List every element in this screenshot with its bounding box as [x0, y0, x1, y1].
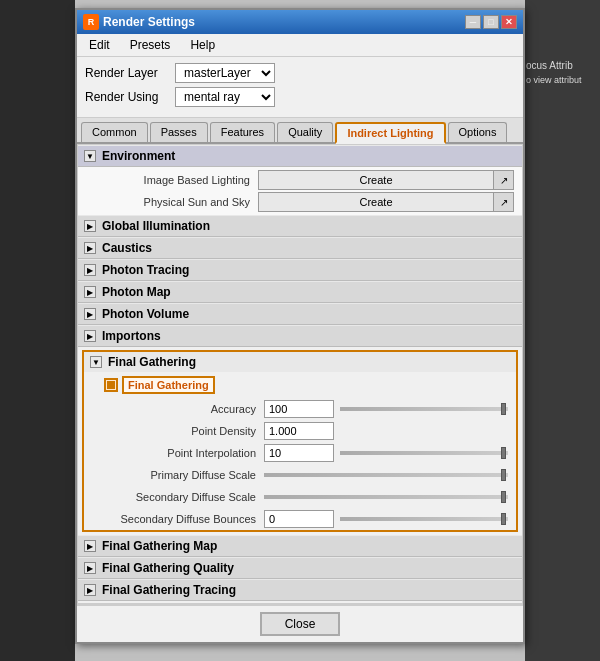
menu-presets[interactable]: Presets [122, 36, 179, 54]
secondary-diffuse-scale-value [264, 495, 508, 499]
render-using-select-wrap: mental ray [175, 87, 275, 107]
environment-arrow[interactable]: ▼ [84, 150, 96, 162]
tabs-bar: Common Passes Features Quality Indirect … [77, 118, 523, 144]
primary-diffuse-scale-slider[interactable] [264, 473, 508, 477]
fg-map-arrow[interactable]: ▶ [84, 540, 96, 552]
point-interpolation-input[interactable] [264, 444, 334, 462]
content-area[interactable]: ▼ Environment Image Based Lighting Creat… [77, 144, 523, 604]
secondary-diffuse-bounces-slider[interactable] [340, 517, 508, 521]
final-gathering-title: Final Gathering [108, 355, 196, 369]
fg-quality-title: Final Gathering Quality [102, 561, 234, 575]
maximize-button[interactable]: □ [483, 15, 499, 29]
primary-diffuse-scale-value [264, 473, 508, 477]
final-gathering-checkbox-label: Final Gathering [122, 376, 215, 394]
fg-map-section-header[interactable]: ▶ Final Gathering Map [78, 535, 522, 557]
right-panel-text: ocus Attrib o view attribut [526, 60, 596, 85]
fg-tracing-arrow[interactable]: ▶ [84, 584, 96, 596]
point-interpolation-value [264, 444, 508, 462]
primary-diffuse-scale-row: Primary Diffuse Scale [84, 464, 516, 486]
point-interpolation-slider-handle [501, 447, 506, 459]
photon-volume-title: Photon Volume [102, 307, 189, 321]
fg-quality-arrow[interactable]: ▶ [84, 562, 96, 574]
render-using-label: Render Using [85, 90, 175, 104]
window-icon: R [83, 14, 99, 30]
accuracy-input[interactable] [264, 400, 334, 418]
render-using-select[interactable]: mental ray [175, 87, 275, 107]
point-density-input[interactable] [264, 422, 334, 440]
primary-diffuse-scale-label: Primary Diffuse Scale [104, 469, 264, 481]
title-bar-left: R Render Settings [83, 14, 195, 30]
photon-tracing-section-header[interactable]: ▶ Photon Tracing [78, 259, 522, 281]
tab-passes[interactable]: Passes [150, 122, 208, 142]
final-gathering-arrow[interactable]: ▼ [90, 356, 102, 368]
menu-edit[interactable]: Edit [81, 36, 118, 54]
physical-sun-icon-btn[interactable]: ↗ [494, 192, 514, 212]
tab-quality[interactable]: Quality [277, 122, 333, 142]
photon-tracing-title: Photon Tracing [102, 263, 189, 277]
secondary-diffuse-scale-label: Secondary Diffuse Scale [104, 491, 264, 503]
tab-options[interactable]: Options [448, 122, 508, 142]
point-interpolation-row: Point Interpolation [84, 442, 516, 464]
close-button[interactable]: Close [260, 612, 340, 636]
window-title: Render Settings [103, 15, 195, 29]
bg-left-panel [0, 0, 75, 661]
photon-map-arrow[interactable]: ▶ [84, 286, 96, 298]
tab-features[interactable]: Features [210, 122, 275, 142]
tab-indirect-lighting[interactable]: Indirect Lighting [335, 122, 445, 144]
title-bar: R Render Settings ─ □ ✕ [77, 10, 523, 34]
physical-sun-row: Physical Sun and Sky Create ↗ [78, 191, 522, 213]
menu-help[interactable]: Help [182, 36, 223, 54]
photon-volume-arrow[interactable]: ▶ [84, 308, 96, 320]
minimize-button[interactable]: ─ [465, 15, 481, 29]
tab-common[interactable]: Common [81, 122, 148, 142]
caustics-section-header[interactable]: ▶ Caustics [78, 237, 522, 259]
accuracy-label: Accuracy [104, 403, 264, 415]
secondary-diffuse-scale-slider[interactable] [264, 495, 508, 499]
point-density-label: Point Density [104, 425, 264, 437]
render-settings-window: R Render Settings ─ □ ✕ Edit Presets Hel… [75, 8, 525, 644]
primary-diffuse-scale-handle [501, 469, 506, 481]
image-based-lighting-label: Image Based Lighting [98, 174, 258, 186]
point-interpolation-slider[interactable] [340, 451, 508, 455]
point-interpolation-label: Point Interpolation [104, 447, 264, 459]
point-density-value [264, 422, 508, 440]
physical-sun-create-wrap: Create ↗ [258, 192, 514, 212]
final-gathering-container: ▼ Final Gathering Final Gathering Accura… [82, 350, 518, 532]
environment-content: Image Based Lighting Create ↗ Physical S… [78, 167, 522, 215]
final-gathering-section-header[interactable]: ▼ Final Gathering [84, 352, 516, 372]
render-layer-row: Render Layer masterLayer [85, 63, 515, 83]
importons-title: Importons [102, 329, 161, 343]
image-based-lighting-create-btn[interactable]: Create [258, 170, 494, 190]
image-based-lighting-row: Image Based Lighting Create ↗ [78, 169, 522, 191]
image-based-lighting-icon-btn[interactable]: ↗ [494, 170, 514, 190]
global-illumination-arrow[interactable]: ▶ [84, 220, 96, 232]
title-buttons: ─ □ ✕ [465, 15, 517, 29]
environment-section-header[interactable]: ▼ Environment [78, 145, 522, 167]
fg-quality-section-header[interactable]: ▶ Final Gathering Quality [78, 557, 522, 579]
physical-sun-create-btn[interactable]: Create [258, 192, 494, 212]
view-attr-text: o view attribut [526, 75, 596, 85]
importons-arrow[interactable]: ▶ [84, 330, 96, 342]
render-using-row: Render Using mental ray [85, 87, 515, 107]
secondary-diffuse-bounces-handle [501, 513, 506, 525]
window-close-button[interactable]: ✕ [501, 15, 517, 29]
global-illumination-section-header[interactable]: ▶ Global Illumination [78, 215, 522, 237]
accuracy-slider[interactable] [340, 407, 508, 411]
render-layer-select[interactable]: masterLayer [175, 63, 275, 83]
final-gathering-checkbox[interactable] [104, 378, 118, 392]
secondary-diffuse-bounces-input[interactable] [264, 510, 334, 528]
point-density-row: Point Density [84, 420, 516, 442]
photon-volume-section-header[interactable]: ▶ Photon Volume [78, 303, 522, 325]
render-fields: Render Layer masterLayer Render Using me… [77, 57, 523, 118]
global-illumination-title: Global Illumination [102, 219, 210, 233]
photon-tracing-arrow[interactable]: ▶ [84, 264, 96, 276]
secondary-diffuse-bounces-row: Secondary Diffuse Bounces [84, 508, 516, 530]
fg-map-title: Final Gathering Map [102, 539, 217, 553]
focus-text: ocus Attrib [526, 60, 596, 71]
menu-bar: Edit Presets Help [77, 34, 523, 57]
fg-tracing-section-header[interactable]: ▶ Final Gathering Tracing [78, 579, 522, 601]
caustics-arrow[interactable]: ▶ [84, 242, 96, 254]
photon-map-section-header[interactable]: ▶ Photon Map [78, 281, 522, 303]
importons-section-header[interactable]: ▶ Importons [78, 325, 522, 347]
physical-sun-label: Physical Sun and Sky [98, 196, 258, 208]
